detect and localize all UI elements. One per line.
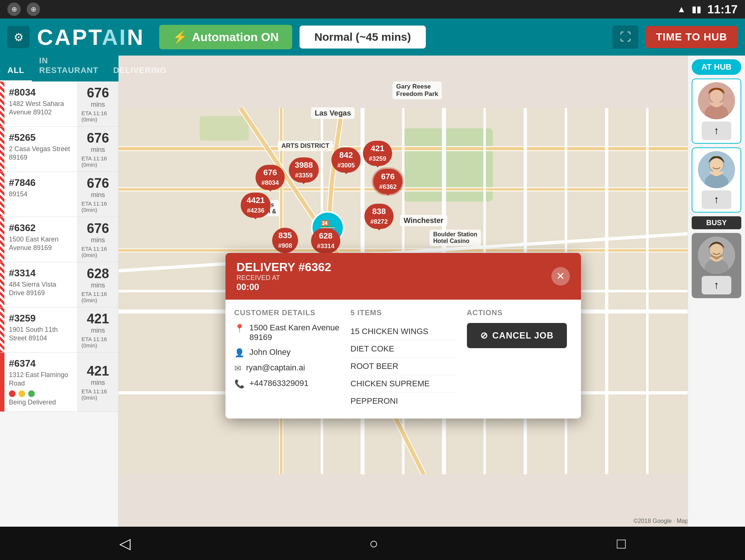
- recent-button[interactable]: □: [602, 531, 641, 556]
- list-item[interactable]: #8034 1482 West Sahara Avenue 89102 676 …: [0, 81, 118, 127]
- phone-icon: 📞: [234, 379, 244, 389]
- person-icon: 👤: [234, 348, 244, 358]
- modal-body: CUSTOMER DETAILS 📍 1500 East Karen Avenu…: [225, 300, 581, 419]
- map-marker-6362[interactable]: 676#6362: [373, 169, 402, 194]
- customer-section-title: CUSTOMER DETAILS: [234, 309, 340, 317]
- map-marker-8272[interactable]: 838#8272: [364, 204, 394, 229]
- gear-button[interactable]: ⚙: [7, 26, 30, 48]
- customer-name: John Olney: [250, 347, 291, 357]
- back-button[interactable]: ◁: [104, 531, 146, 556]
- normal-button[interactable]: Normal (~45 mins): [300, 26, 426, 49]
- lightning-icon: ⚡: [173, 30, 187, 44]
- customer-name-row: 👤 John Olney: [234, 347, 340, 358]
- driver-up-arrow-3[interactable]: ↑: [702, 276, 731, 294]
- cancel-job-button[interactable]: ⊘ CANCEL JOB: [467, 323, 567, 348]
- at-hub-badge: AT HUB: [692, 59, 741, 75]
- badge-eta: ETA 11:16 (0min): [81, 388, 114, 401]
- badge-number: 676: [87, 176, 109, 191]
- expand-button[interactable]: ⛶: [612, 26, 638, 49]
- tab-all[interactable]: ALL: [0, 60, 32, 81]
- order-badge: 676 mins ETA 11:16 (0min): [77, 172, 118, 217]
- order-number: #8034: [9, 87, 73, 98]
- map-marker-3005[interactable]: 842#3005: [331, 147, 361, 173]
- status-stripe: [0, 217, 4, 262]
- customer-phone-row: 📞 +447863329091: [234, 379, 340, 389]
- customer-email: ryan@captain.ai: [246, 363, 305, 373]
- badge-eta: ETA 11:16 (0min): [81, 200, 114, 213]
- badge-number: 628: [87, 266, 109, 281]
- badge-mins: mins: [91, 236, 105, 244]
- list-item[interactable]: #3314 484 Sierra Vista Drive 89169 628 m…: [0, 262, 118, 307]
- map-marker-908[interactable]: 835#908: [272, 228, 298, 253]
- order-address: 2 Casa Vegas Street 89169: [9, 145, 73, 162]
- list-item[interactable]: #7846 89154 676 mins ETA 11:16 (0min): [0, 172, 118, 217]
- customer-address: 1500 East Karen Avenue 89169: [250, 323, 340, 342]
- map-marker-3314[interactable]: 628#3314: [311, 228, 340, 253]
- map-marker-4236[interactable]: 4421#4236: [241, 193, 271, 218]
- list-item[interactable]: #6374 1312 East Flamingo Road Being Deli…: [0, 353, 118, 412]
- driver-card-3[interactable]: ↑: [692, 233, 741, 298]
- tabs-bar: ALL IN RESTAURANT DELIVERING: [0, 56, 118, 81]
- item-row: CHICKEN SUPREME: [351, 375, 456, 393]
- list-item[interactable]: #3259 1901 South 11th Street 89104 421 m…: [0, 307, 118, 353]
- status-stripe: [0, 307, 4, 352]
- status-stripe: [0, 127, 4, 171]
- modal-close-button[interactable]: ✕: [551, 267, 570, 286]
- status-bar-right: ▲ ▮▮ 11:17: [677, 3, 738, 16]
- map-marker-3359[interactable]: 3988#3359: [289, 157, 319, 183]
- badge-mins: mins: [91, 101, 105, 109]
- marker-bubble: 4421#4236: [241, 193, 271, 218]
- order-badge: 676 mins ETA 11:16 (0min): [77, 127, 118, 171]
- tab-delivering[interactable]: DELIVERING: [106, 60, 174, 81]
- marker-bubble: 842#3005: [331, 147, 361, 173]
- marker-bubble: 421#3259: [363, 141, 392, 166]
- order-address: 1312 East Flamingo Road: [9, 371, 73, 388]
- order-badge: 676 mins ETA 11:16 (0min): [77, 217, 118, 262]
- android-icon: ⊕: [7, 3, 21, 16]
- driver-up-arrow-1[interactable]: ↑: [702, 121, 731, 140]
- list-item[interactable]: #6362 1500 East Karen Avenue 89169 676 m…: [0, 217, 118, 262]
- order-address: 1500 East Karen Avenue 89169: [9, 235, 73, 253]
- wifi-icon: ▲: [677, 4, 686, 14]
- item-row: DIET COKE: [351, 340, 456, 358]
- delivery-modal: DELIVERY #6362 RECEIVED AT 00:00 ✕ CUSTO…: [225, 253, 581, 419]
- map-label-arts: ARTS DISTRICT: [278, 141, 333, 151]
- badge-eta: ETA 11:16 (0min): [81, 336, 114, 349]
- item-row: 15 CHICKEN WINGS: [351, 323, 456, 340]
- marker-bubble: 838#8272: [364, 204, 394, 229]
- order-address: 1482 West Sahara Avenue 89102: [9, 100, 73, 117]
- order-badge: 421 mins ETA 11:16 (0min): [77, 353, 118, 411]
- busy-badge: BUSY: [692, 216, 741, 229]
- home-button[interactable]: ○: [354, 531, 393, 556]
- driver-up-arrow-2[interactable]: ↑: [702, 190, 731, 209]
- status-stripe: [0, 262, 4, 307]
- items-section-title: 5 ITEMS: [351, 309, 456, 317]
- order-number: #6374: [9, 358, 73, 369]
- map-marker-8034[interactable]: 676#8034: [255, 165, 285, 190]
- bottom-nav: ◁ ○ □: [0, 527, 745, 560]
- svg-point-29: [710, 90, 723, 103]
- actions-section: ACTIONS ⊘ CANCEL JOB: [467, 309, 572, 410]
- badge-eta: ETA 11:16 (0min): [81, 110, 114, 123]
- list-item[interactable]: #5265 2 Casa Vegas Street 89169 676 mins…: [0, 127, 118, 172]
- driver-card-1[interactable]: ↑: [692, 79, 741, 144]
- map-marker-3259[interactable]: 421#3259: [363, 141, 392, 166]
- order-badge: 421 mins ETA 11:16 (0min): [77, 307, 118, 352]
- badge-number: 676: [87, 85, 109, 101]
- order-info: #8034 1482 West Sahara Avenue 89102: [4, 81, 77, 126]
- automation-label: Automation ON: [192, 30, 279, 44]
- order-number: #3314: [9, 267, 73, 279]
- app-logo: CAPTAIN: [37, 24, 144, 50]
- driver-avatar-2: [698, 151, 735, 188]
- order-address: 1901 South 11th Street 89104: [9, 326, 73, 343]
- marker-bubble: 835#908: [272, 228, 298, 253]
- order-badge: 628 mins ETA 11:16 (0min): [77, 262, 118, 307]
- order-info: #7846 89154: [4, 172, 77, 217]
- customer-section: CUSTOMER DETAILS 📍 1500 East Karen Avenu…: [234, 309, 340, 410]
- driver-card-2[interactable]: ↑: [692, 147, 741, 213]
- time-to-hub-button[interactable]: TIME TO HUB: [646, 26, 738, 48]
- driver-avatar-3: [698, 237, 735, 274]
- badge-number: 676: [87, 221, 109, 236]
- svg-point-33: [710, 159, 723, 172]
- automation-button[interactable]: ⚡ Automation ON: [159, 25, 292, 49]
